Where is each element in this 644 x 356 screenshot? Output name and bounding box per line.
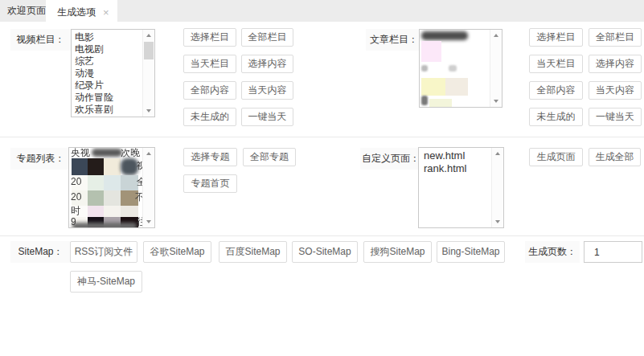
video-columns-label: 视频栏目： [10, 29, 71, 51]
scrollbar[interactable] [491, 148, 503, 227]
scroll-down-icon[interactable] [494, 100, 498, 103]
all-columns-button[interactable]: 全部栏目 [589, 28, 642, 47]
baidu-sitemap-button[interactable]: 百度SiteMap [219, 241, 287, 263]
one-click-today-button[interactable]: 一键当天 [589, 108, 642, 126]
scrollbar[interactable] [490, 30, 502, 107]
shenma-sitemap-button[interactable]: 神马-SiteMap [70, 271, 142, 293]
ungenerated-button[interactable]: 未生成的 [529, 108, 583, 126]
mosaic-tile [88, 175, 104, 190]
today-content-button[interactable]: 当天内容 [241, 81, 293, 100]
rss-feed-button[interactable]: RSS订阅文件 [70, 241, 137, 263]
censored-text-fragment: 时 [71, 206, 80, 216]
select-columns-button[interactable]: 选择栏目 [529, 28, 583, 47]
scrollbar[interactable] [142, 148, 154, 227]
article-columns-listbox[interactable] [419, 29, 502, 108]
select-content-button[interactable]: 选择内容 [241, 55, 293, 73]
mosaic-tile [121, 206, 138, 217]
sogou-sitemap-button[interactable]: 搜狗SiteMap [363, 241, 432, 263]
custom-pages-listbox[interactable]: new.html rank.html [418, 147, 504, 228]
mosaic-tile [88, 190, 104, 206]
topic-list-label: 专题列表： [10, 148, 71, 170]
censored-text-fragment: 央视 [71, 148, 90, 158]
mosaic-tile [72, 158, 88, 175]
video-columns-listbox[interactable]: 电影 电视剧 综艺 动漫 纪录片 动作冒险 欢乐喜剧 青春爱情 [71, 29, 155, 117]
sitemap-label: SiteMap： [10, 241, 71, 263]
mosaic-tile [421, 41, 441, 62]
section-divider [0, 137, 644, 137]
all-topics-button[interactable]: 全部专题 [243, 148, 296, 166]
article-columns-label: 文章栏目： [366, 29, 422, 51]
select-topic-button[interactable]: 选择专题 [183, 148, 237, 166]
select-content-button[interactable]: 选择内容 [589, 55, 642, 73]
tab-generate-options-label: 生成选项 [57, 0, 96, 24]
scroll-up-icon[interactable] [146, 152, 151, 155]
mosaic-tile [449, 65, 457, 72]
mosaic-tile [88, 206, 104, 217]
mosaic-tile [104, 175, 121, 190]
mosaic-tile [104, 206, 121, 217]
page-count-input[interactable] [584, 241, 642, 263]
scroll-down-icon[interactable] [146, 220, 151, 223]
close-tab-icon[interactable]: × [103, 7, 109, 18]
scroll-down-icon[interactable] [146, 109, 151, 113]
scroll-down-icon[interactable] [495, 220, 500, 223]
select-columns-button[interactable]: 选择栏目 [183, 28, 236, 47]
ungenerated-button[interactable]: 未生成的 [183, 108, 236, 126]
today-content-button[interactable]: 当天内容 [589, 81, 642, 100]
topic-listbox[interactable]: 央视 次晚 视 20 全 20 不， 时 9 往 [68, 147, 155, 228]
tab-bar: 欢迎页面 生成选项 × [0, 0, 644, 22]
generate-all-button[interactable]: 生成全部 [589, 148, 641, 166]
censored-blur [421, 31, 468, 40]
mosaic-tile [121, 175, 138, 190]
section-divider [0, 235, 644, 236]
all-content-button[interactable]: 全部内容 [183, 81, 236, 100]
mosaic-tile [88, 158, 104, 175]
generate-page-button[interactable]: 生成页面 [529, 148, 583, 166]
all-content-button[interactable]: 全部内容 [529, 81, 583, 100]
mosaic-tile [421, 65, 428, 72]
generate-options-page: 欢迎页面 生成选项 × 视频栏目： 电影 电视剧 综艺 动漫 纪录片 动作冒险 … [0, 0, 644, 356]
mosaic-tile [429, 99, 452, 107]
tab-generate-options[interactable]: 生成选项 × [46, 0, 117, 24]
censored-text-fragment: 9 [71, 217, 76, 227]
topic-homepage-button[interactable]: 专题首页 [183, 174, 237, 193]
so-sitemap-button[interactable]: SO-SiteMap [292, 241, 358, 263]
censored-text-fragment: 次晚 [121, 148, 140, 158]
scroll-up-icon[interactable] [495, 152, 500, 155]
scrollbar[interactable] [142, 30, 154, 117]
scroll-up-icon[interactable] [494, 34, 498, 37]
scroll-up-icon[interactable] [146, 34, 151, 37]
today-columns-button[interactable]: 当天栏目 [529, 55, 583, 73]
custom-pages-label: 自定义页面： [360, 148, 421, 170]
censored-text-fragment: 20 [71, 177, 81, 187]
tab-welcome-label: 欢迎页面 [7, 5, 46, 16]
bing-sitemap-button[interactable]: Bing-SiteMap [437, 241, 505, 263]
page-count-label: 生成页数： [525, 241, 580, 263]
censored-blur [92, 149, 122, 157]
censored-text-fragment: 20 [71, 192, 81, 203]
one-click-today-button[interactable]: 一键当天 [241, 108, 293, 126]
mosaic-tile [421, 96, 428, 105]
mosaic-tile [104, 158, 121, 175]
google-sitemap-button[interactable]: 谷歌SiteMap [143, 241, 211, 263]
mosaic-tile [121, 158, 138, 175]
mosaic-tile [104, 190, 121, 206]
scroll-thumb[interactable] [144, 42, 154, 59]
censored-blur [72, 223, 137, 228]
all-columns-button[interactable]: 全部栏目 [241, 28, 293, 47]
mosaic-tile [421, 78, 445, 96]
mosaic-tile [445, 78, 468, 96]
today-columns-button[interactable]: 当天栏目 [183, 55, 236, 73]
